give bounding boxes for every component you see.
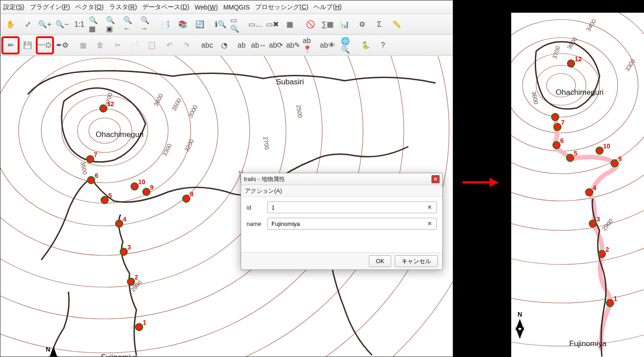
pan-icon[interactable]: ✋ bbox=[2, 16, 19, 33]
save-edits-icon[interactable]: 💾 bbox=[19, 37, 36, 54]
label-ab-icon[interactable]: ab bbox=[233, 37, 250, 54]
label-move-icon[interactable]: ab↔ bbox=[251, 37, 267, 54]
python-icon[interactable]: 🐍 bbox=[358, 37, 374, 54]
zoom-native-icon[interactable]: 1:1 bbox=[71, 16, 87, 33]
dialog-titlebar[interactable]: trails - 地物属性 ✕ bbox=[241, 173, 442, 185]
waypoint[interactable] bbox=[127, 278, 135, 286]
clear-icon[interactable]: ✖ bbox=[426, 220, 433, 227]
menu-web[interactable]: Web(W) bbox=[195, 4, 218, 11]
menu-vector[interactable]: ベクタ(O) bbox=[75, 3, 103, 11]
svg-marker-16 bbox=[489, 178, 499, 187]
label-pin-icon[interactable]: ab📍 bbox=[302, 37, 319, 54]
label-rotate-icon[interactable]: ab⟳ bbox=[268, 37, 284, 54]
zoom-out-icon[interactable]: 🔍− bbox=[54, 16, 70, 33]
svg-point-18 bbox=[536, 65, 586, 105]
toolbar-edit: ✏💾〰⚙✒⚙▦🗑✂📄📋↶↷abc◔abab↔ab⟳ab✎ab📍ab👁🌐🔍🐍? bbox=[0, 35, 453, 56]
waypoint[interactable] bbox=[101, 196, 109, 204]
select-rect-icon[interactable]: ▭… bbox=[247, 16, 263, 33]
menu-mmqgis[interactable]: MMQGIS bbox=[223, 4, 250, 11]
select-icon[interactable]: ▭🔍 bbox=[230, 16, 246, 33]
waypoint[interactable] bbox=[120, 248, 128, 256]
waypoint[interactable] bbox=[610, 159, 619, 167]
waypoint[interactable] bbox=[551, 113, 559, 121]
dialog-title: trails - 地物属性 bbox=[244, 175, 285, 183]
zoom-selection-icon[interactable]: 🔍▣ bbox=[106, 16, 122, 33]
waypoint[interactable] bbox=[131, 182, 139, 191]
close-icon[interactable]: ✕ bbox=[431, 175, 440, 183]
options-icon[interactable]: ⚙ bbox=[354, 16, 370, 33]
add-line-feature-icon[interactable]: 〰⚙ bbox=[37, 37, 53, 54]
measure-icon[interactable]: 📏 bbox=[388, 16, 405, 33]
menu-plugin[interactable]: プラグイン(P) bbox=[30, 3, 70, 11]
show-bookmarks-icon[interactable]: 📚 bbox=[174, 16, 191, 33]
svg-point-27 bbox=[511, 13, 644, 346]
waypoint[interactable] bbox=[606, 299, 614, 307]
node-tool-icon[interactable]: ✒⚙ bbox=[54, 37, 70, 54]
field-id-input[interactable] bbox=[271, 204, 426, 211]
menu-processing[interactable]: プロセッシング(C) bbox=[255, 3, 308, 11]
waypoint[interactable] bbox=[182, 195, 190, 203]
refresh-icon[interactable]: 🔄 bbox=[192, 16, 208, 33]
compass: N bbox=[46, 346, 50, 353]
redo-icon[interactable]: ↷ bbox=[178, 37, 194, 54]
waypoint[interactable] bbox=[552, 141, 561, 149]
field-name-label: name bbox=[247, 220, 267, 227]
label-abc-icon[interactable]: abc bbox=[199, 37, 215, 54]
deselect-icon[interactable]: ▭✖ bbox=[264, 16, 281, 33]
cut-icon[interactable]: ✂ bbox=[109, 37, 126, 54]
waypoint[interactable] bbox=[589, 220, 597, 228]
attr-table-icon[interactable]: ▦ bbox=[281, 16, 298, 33]
waypoint[interactable] bbox=[115, 220, 123, 228]
waypoint[interactable] bbox=[553, 123, 562, 131]
toggle-edit-icon[interactable]: ✏ bbox=[2, 37, 19, 54]
ok-button[interactable]: OK bbox=[369, 255, 391, 267]
zoom-next-icon[interactable]: 🔍→ bbox=[140, 16, 156, 33]
waypoint[interactable] bbox=[87, 176, 95, 184]
waypoint[interactable] bbox=[99, 104, 107, 112]
waypoint[interactable] bbox=[598, 250, 606, 258]
dialog-action-menu[interactable]: アクション(A) bbox=[241, 185, 442, 197]
paste-icon[interactable]: 📋 bbox=[144, 37, 160, 54]
statistics-icon[interactable]: 📊 bbox=[337, 16, 353, 33]
diagram-icon[interactable]: ◔ bbox=[216, 37, 232, 54]
waypoint[interactable] bbox=[135, 323, 143, 331]
undo-icon[interactable]: ↶ bbox=[161, 37, 177, 54]
menu-help[interactable]: ヘルプ(H) bbox=[314, 3, 341, 11]
menu-raster[interactable]: ラスタ(R) bbox=[109, 3, 137, 11]
identify-icon[interactable]: ℹ🔍 bbox=[213, 16, 229, 33]
waypoint-label: 8 bbox=[190, 191, 194, 198]
metasearch-icon[interactable]: 🌐🔍 bbox=[340, 37, 357, 54]
menu-settings[interactable]: 設定(S) bbox=[3, 3, 24, 11]
help-icon[interactable]: ? bbox=[375, 37, 391, 54]
waypoint[interactable] bbox=[567, 59, 575, 68]
zoom-layer-icon[interactable]: 🔍▦ bbox=[88, 16, 105, 33]
field-name-input[interactable] bbox=[271, 220, 426, 227]
zoom-extents-icon[interactable]: ⤢ bbox=[19, 16, 36, 33]
field-calc-icon[interactable]: ∑▦ bbox=[320, 16, 336, 33]
copy-icon[interactable]: 📄 bbox=[126, 37, 143, 54]
cancel-button[interactable]: キャンセル bbox=[395, 255, 438, 267]
waypoint-label: 2 bbox=[605, 246, 609, 253]
layer-remove-icon[interactable]: 🚫 bbox=[302, 16, 319, 33]
waypoint-label: 7 bbox=[94, 151, 97, 158]
waypoint[interactable] bbox=[142, 188, 150, 196]
waypoint-label: 12 bbox=[107, 100, 114, 108]
label-hide-icon[interactable]: ab👁 bbox=[320, 37, 336, 54]
waypoint[interactable] bbox=[566, 154, 574, 162]
menu-database[interactable]: データベース(D) bbox=[142, 3, 189, 11]
label-change-icon[interactable]: ab✎ bbox=[285, 37, 301, 54]
zoom-last-icon[interactable]: 🔍← bbox=[123, 16, 139, 33]
new-bookmark-icon[interactable]: 📑 bbox=[157, 16, 174, 33]
waypoint[interactable] bbox=[86, 155, 94, 163]
delete-icon[interactable]: 🗑 bbox=[92, 37, 108, 54]
arrow-icon bbox=[462, 176, 499, 189]
cut-features-icon[interactable]: ▦ bbox=[75, 37, 91, 54]
svg-point-25 bbox=[511, 13, 644, 264]
waypoint[interactable] bbox=[585, 188, 593, 196]
waypoint[interactable] bbox=[596, 147, 604, 155]
sigma-icon[interactable]: Σ bbox=[371, 16, 387, 33]
zoom-in-icon[interactable]: 🔍+ bbox=[37, 16, 53, 33]
place-label: Fujinomiya bbox=[569, 339, 606, 348]
action-menu-label: アクション(A) bbox=[245, 187, 282, 195]
clear-icon[interactable]: ✖ bbox=[426, 204, 433, 210]
